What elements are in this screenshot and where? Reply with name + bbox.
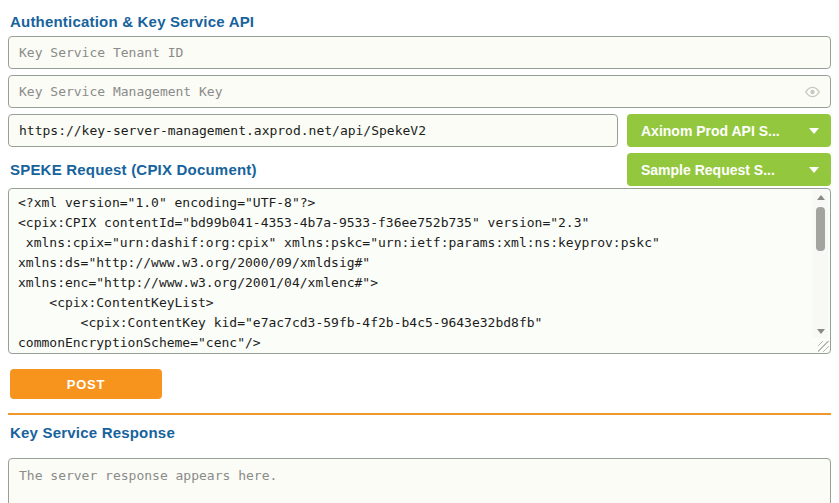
eye-icon[interactable] <box>804 83 821 100</box>
key-service-response-textarea[interactable] <box>8 458 831 503</box>
tenant-id-input[interactable] <box>8 36 831 69</box>
endpoint-row: Axinom Prod API S... <box>8 114 831 147</box>
section-divider <box>8 413 831 415</box>
sample-request-label: Sample Request S... <box>641 162 775 178</box>
chevron-down-icon <box>809 167 819 173</box>
endpoint-preset-label: Axinom Prod API S... <box>641 123 780 139</box>
sample-request-dropdown[interactable]: Sample Request S... <box>627 153 831 186</box>
endpoint-url-input[interactable] <box>8 114 618 147</box>
post-button[interactable]: POST <box>10 369 162 399</box>
scroll-down-icon[interactable] <box>813 324 828 338</box>
chevron-down-icon <box>809 128 819 134</box>
speke-request-row: SPEKE Request (CPIX Document) Sample Req… <box>8 153 831 186</box>
resize-grip-icon[interactable] <box>818 341 829 352</box>
endpoint-preset-dropdown[interactable]: Axinom Prod API S... <box>627 114 831 147</box>
speke-request-textarea[interactable]: <?xml version="1.0" encoding="UTF-8"?> <… <box>8 188 831 354</box>
management-key-input[interactable] <box>8 75 831 108</box>
speke-request-label: SPEKE Request (CPIX Document) <box>10 161 257 178</box>
scroll-up-icon[interactable] <box>813 190 828 204</box>
scrollbar[interactable] <box>813 190 828 338</box>
response-section-title: Key Service Response <box>10 425 831 441</box>
speke-request-editor: <?xml version="1.0" encoding="UTF-8"?> <… <box>8 188 831 354</box>
auth-key-service-panel: Authentication & Key Service API Axinom … <box>0 14 839 503</box>
scrollbar-thumb[interactable] <box>816 207 825 251</box>
page-title: Authentication & Key Service API <box>10 14 831 30</box>
